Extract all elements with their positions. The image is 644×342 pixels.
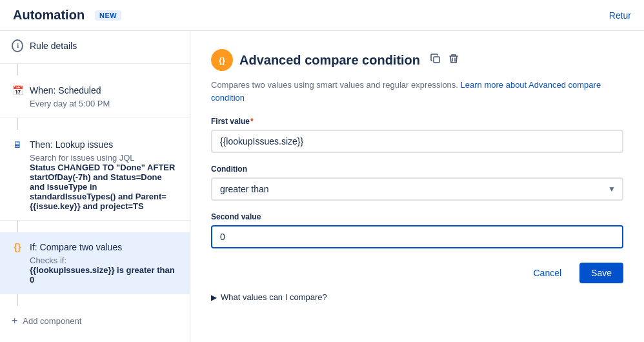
condition-select[interactable]: greater than less than equals not equals… bbox=[211, 177, 623, 201]
when-body-text: Every day at 5:00 PM bbox=[30, 99, 110, 108]
content-header: {} Advanced compare condition bbox=[211, 49, 623, 71]
condition-label: Condition bbox=[211, 165, 623, 174]
sidebar-item-when-scheduled[interactable]: 📅 When: Scheduled Every day at 5:00 PM bbox=[0, 75, 190, 118]
connector-line-3 bbox=[17, 221, 18, 232]
circle-icon: ℹ bbox=[12, 40, 23, 52]
main-content: {} Advanced compare condition bbox=[190, 31, 644, 342]
form-actions: Cancel Save bbox=[211, 263, 623, 283]
delete-icon[interactable] bbox=[447, 52, 460, 68]
sidebar-item-when-label: When: Scheduled bbox=[30, 85, 101, 96]
required-marker: * bbox=[250, 117, 254, 126]
second-value-group: Second value bbox=[211, 212, 623, 248]
cancel-button[interactable]: Cancel bbox=[521, 263, 573, 283]
collapse-section: ▶ What values can I compare? bbox=[211, 292, 623, 302]
add-component-label: Add component bbox=[23, 316, 81, 326]
header-actions bbox=[429, 52, 460, 68]
copy-icon[interactable] bbox=[429, 52, 442, 68]
description: Compares two values using smart values a… bbox=[211, 79, 623, 104]
calendar-icon: 📅 bbox=[12, 85, 23, 96]
sidebar-item-if-label: If: Compare two values bbox=[30, 242, 122, 252]
sidebar: ℹ Rule details 📅 When: Scheduled Every d… bbox=[0, 31, 190, 342]
collapse-label: What values can I compare? bbox=[221, 292, 327, 302]
content-title: Advanced compare condition bbox=[239, 53, 420, 68]
app-title: Automation bbox=[13, 8, 85, 23]
curly-braces-icon: {} bbox=[12, 241, 23, 253]
sidebar-item-when-body: Every day at 5:00 PM bbox=[12, 99, 178, 108]
add-icon: + bbox=[12, 315, 17, 327]
svg-rect-0 bbox=[434, 57, 439, 63]
return-button[interactable]: Retur bbox=[609, 10, 631, 21]
sidebar-item-rule-details[interactable]: ℹ Rule details bbox=[0, 31, 190, 64]
top-bar: Automation NEW Retur bbox=[0, 0, 644, 31]
top-bar-left: Automation NEW bbox=[13, 8, 121, 23]
monitor-icon: 🖥 bbox=[12, 139, 23, 150]
condition-select-wrapper: greater than less than equals not equals… bbox=[211, 177, 623, 201]
content-icon: {} bbox=[211, 49, 233, 71]
sidebar-item-if-header: {} If: Compare two values bbox=[12, 241, 178, 253]
sidebar-item-if-compare[interactable]: {} If: Compare two values Checks if: {{l… bbox=[0, 232, 190, 294]
condition-group: Condition greater than less than equals … bbox=[211, 165, 623, 201]
collapse-toggle[interactable]: ▶ What values can I compare? bbox=[211, 292, 623, 302]
connector-line-4 bbox=[17, 294, 18, 306]
main-layout: ℹ Rule details 📅 When: Scheduled Every d… bbox=[0, 31, 644, 342]
first-value-label: First value* bbox=[211, 117, 623, 126]
sidebar-item-rule-details-label: Rule details bbox=[30, 41, 77, 51]
first-value-group: First value* bbox=[211, 117, 623, 153]
sidebar-item-then-lookup[interactable]: 🖥 Then: Lookup issues Search for issues … bbox=[0, 130, 190, 221]
curly-icon-text: {} bbox=[219, 55, 225, 65]
chevron-right-icon: ▶ bbox=[211, 293, 217, 302]
second-value-input[interactable] bbox=[211, 225, 623, 248]
sidebar-item-then-body: Search for issues using JQL Status CHANG… bbox=[12, 153, 178, 211]
sidebar-item-if-body: Checks if: {{lookupIssues.size}} is grea… bbox=[12, 256, 178, 285]
save-button[interactable]: Save bbox=[579, 263, 623, 283]
connector-line-2 bbox=[17, 118, 18, 130]
sidebar-item-rule-details-header: ℹ Rule details bbox=[12, 40, 178, 52]
new-badge: NEW bbox=[95, 10, 121, 21]
second-value-label: Second value bbox=[211, 212, 623, 221]
connector-line-1 bbox=[17, 64, 18, 75]
sidebar-item-then-header: 🖥 Then: Lookup issues bbox=[12, 139, 178, 150]
description-text: Compares two values using smart values a… bbox=[211, 80, 458, 90]
sidebar-item-then-label: Then: Lookup issues bbox=[30, 139, 113, 150]
sidebar-item-when-header: 📅 When: Scheduled bbox=[12, 85, 178, 96]
add-component-button[interactable]: + Add component bbox=[0, 306, 190, 336]
first-value-input[interactable] bbox=[211, 130, 623, 153]
first-value-label-text: First value bbox=[211, 117, 250, 126]
